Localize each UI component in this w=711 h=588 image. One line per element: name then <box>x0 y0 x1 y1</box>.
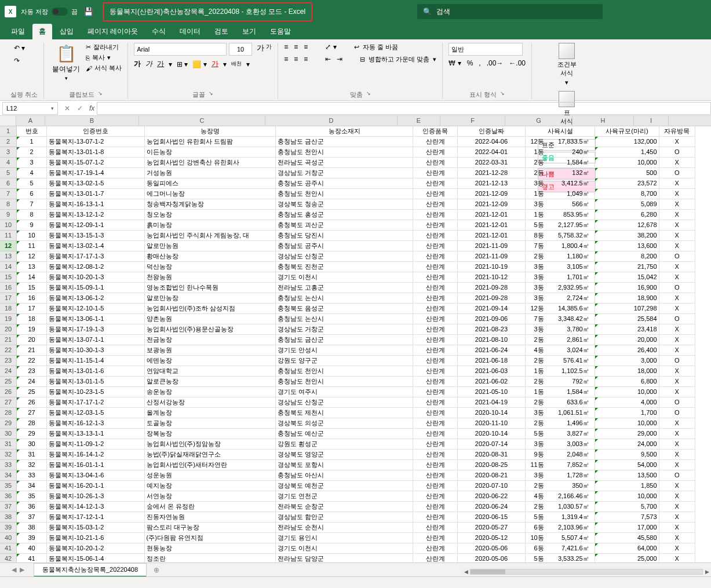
cell[interactable]: 충청남도 금산군 <box>276 137 413 147</box>
cell[interactable]: 14 <box>17 272 47 283</box>
cell[interactable]: 2021-05-10 <box>458 387 525 397</box>
header-cell[interactable]: 번호 <box>17 126 47 137</box>
cell[interactable]: 동일피에스 <box>145 178 276 189</box>
cell[interactable]: 2동132㎡ <box>526 168 596 178</box>
cell[interactable]: 올계농장 <box>145 408 276 418</box>
cell[interactable]: 충청북도 진천군 <box>276 262 413 272</box>
cell[interactable]: 숲에서 온 유정란 <box>145 502 276 512</box>
save-icon[interactable]: 💾 <box>83 7 93 16</box>
cell[interactable]: 산란계 <box>413 231 458 241</box>
align-left-button[interactable]: ≡ <box>284 55 288 64</box>
cell[interactable]: O <box>659 397 695 408</box>
cell[interactable]: 동물복지-11-15-1-4 <box>47 356 144 366</box>
cell[interactable]: 12동14,385.6㎡ <box>526 304 596 314</box>
tab-help[interactable]: 도움말 <box>264 24 297 39</box>
cell[interactable]: 2020-10-14 <box>458 408 525 418</box>
grid-area[interactable]: 1번호인증번호농장명농장소재지인증품목인증날짜사육시설사육규모(마리)자유방목2… <box>0 126 711 565</box>
cell[interactable]: 산란계 <box>413 335 458 345</box>
cell[interactable]: 36 <box>17 502 47 512</box>
cell[interactable]: 산란계 <box>413 210 458 220</box>
cond-format-button[interactable]: 조건부 서식 ▾ <box>538 43 596 86</box>
cell[interactable]: 산란계 <box>413 397 458 408</box>
cell[interactable]: 경기도 용인시 <box>276 533 413 543</box>
row-header[interactable]: 8 <box>0 199 17 210</box>
cell[interactable]: 2022-04-06 <box>458 137 525 147</box>
cell[interactable]: 37 <box>17 512 47 523</box>
cell[interactable]: O <box>659 147 695 158</box>
cell[interactable]: 강원도 양구군 <box>276 356 413 366</box>
col-header-F[interactable]: F <box>440 116 505 126</box>
cell[interactable]: 2020-07-14 <box>458 439 525 450</box>
cell[interactable]: 산란계 <box>413 418 458 429</box>
dec-decimal-button[interactable]: ←.00 <box>509 59 526 67</box>
row-header[interactable]: 4 <box>0 158 17 168</box>
tab-file[interactable]: 파일 <box>5 24 31 39</box>
select-all-button[interactable] <box>0 116 16 126</box>
cell[interactable]: 9 <box>17 220 47 231</box>
cell[interactable]: 2021-09-14 <box>458 304 525 314</box>
cell[interactable]: 3동3,105㎡ <box>526 262 596 272</box>
cell[interactable]: 산란계 <box>413 377 458 387</box>
cell[interactable]: 2020-11-10 <box>458 418 525 429</box>
row-header[interactable]: 14 <box>0 262 17 272</box>
cell[interactable]: 동물복지-15-09-1-1 <box>47 283 144 293</box>
cell[interactable]: 2021-12-01 <box>458 210 525 220</box>
cell[interactable]: 산란계 <box>413 450 458 460</box>
row-header[interactable]: 17 <box>0 293 17 304</box>
row-header[interactable]: 41 <box>0 543 17 554</box>
cell[interactable]: 산란계 <box>413 168 458 178</box>
cell[interactable]: 경기도 이천시 <box>276 543 413 554</box>
cell[interactable]: 1 <box>17 137 47 147</box>
format-painter-button[interactable]: 🖌서식 복사 <box>86 64 122 72</box>
cell[interactable]: X <box>659 543 695 554</box>
cell[interactable]: 팜스토리 대구농장 <box>145 523 276 533</box>
cell[interactable]: 거성농원 <box>145 168 276 178</box>
cell[interactable]: 1동853.95㎡ <box>526 210 596 220</box>
cell[interactable]: 동물복지-17-12-1-1 <box>47 512 144 523</box>
cell[interactable]: 동물복지-12-09-1-1 <box>47 220 144 231</box>
row-header[interactable]: 37 <box>0 502 17 512</box>
cell[interactable]: 충청북도 괴산군 <box>276 220 413 231</box>
cell[interactable]: 2021-12-01 <box>458 220 525 231</box>
align-center-button[interactable]: ≡ <box>294 55 298 64</box>
cell[interactable]: 6동2,103.96㎡ <box>526 523 596 533</box>
col-header-H[interactable]: H <box>573 116 634 126</box>
cell[interactable]: 동물복지-10-30-1-3 <box>47 345 144 356</box>
cut-button[interactable]: ✂잘라내기 <box>86 43 122 52</box>
cell[interactable]: 1동1,102.5㎡ <box>526 366 596 377</box>
cell[interactable]: 10,000 <box>595 491 659 502</box>
cell[interactable]: 덕산농장 <box>145 262 276 272</box>
cell[interactable]: 2021-12-28 <box>458 168 525 178</box>
cell[interactable]: 5동3,827㎡ <box>526 429 596 439</box>
dec-indent-button[interactable]: ⇤ <box>325 55 331 64</box>
paste-button[interactable]: 📋 붙여넣기 ▾ <box>50 43 82 82</box>
cell[interactable]: 8,200 <box>595 251 659 262</box>
cell[interactable]: 3동3,003㎡ <box>526 439 596 450</box>
cell[interactable]: 1동1,049㎡ <box>526 189 596 199</box>
bold-button[interactable]: 가 <box>134 59 141 69</box>
cell[interactable]: 3동566㎡ <box>526 199 596 210</box>
cell[interactable]: 2020-08-25 <box>458 460 525 470</box>
cell[interactable]: X <box>659 293 695 304</box>
cell[interactable]: 동물복지-17-19-1-4 <box>47 168 144 178</box>
cell[interactable]: 동물복지-16-14-1-2 <box>47 450 144 460</box>
cell[interactable]: 16 <box>17 293 47 304</box>
row-header[interactable]: 35 <box>0 481 17 491</box>
cell[interactable]: 충청남도 공주시 <box>276 178 413 189</box>
cell[interactable]: 충청남도 천안시 <box>276 189 413 199</box>
cell[interactable]: 동물복지-17-19-1-3 <box>47 324 144 335</box>
cell[interactable]: 산란계 <box>413 272 458 283</box>
shrink-font-button[interactable]: 가 <box>266 43 272 56</box>
cell[interactable]: 경상북도 의성군 <box>276 418 413 429</box>
cell[interactable]: 산란계 <box>413 543 458 554</box>
cell[interactable]: 20 <box>17 335 47 345</box>
cell[interactable]: 산란계 <box>413 220 458 231</box>
number-format-select[interactable] <box>449 43 523 56</box>
cell[interactable]: 산란계 <box>413 137 458 147</box>
tab-formulas[interactable]: 수식 <box>145 24 172 39</box>
dialog-launcher-icon[interactable]: ↘ <box>366 90 371 99</box>
row-header[interactable]: 22 <box>0 345 17 356</box>
col-header-G[interactable]: G <box>505 116 573 126</box>
header-cell[interactable]: 인증날짜 <box>458 126 525 137</box>
header-cell[interactable]: 농장명 <box>145 126 276 137</box>
